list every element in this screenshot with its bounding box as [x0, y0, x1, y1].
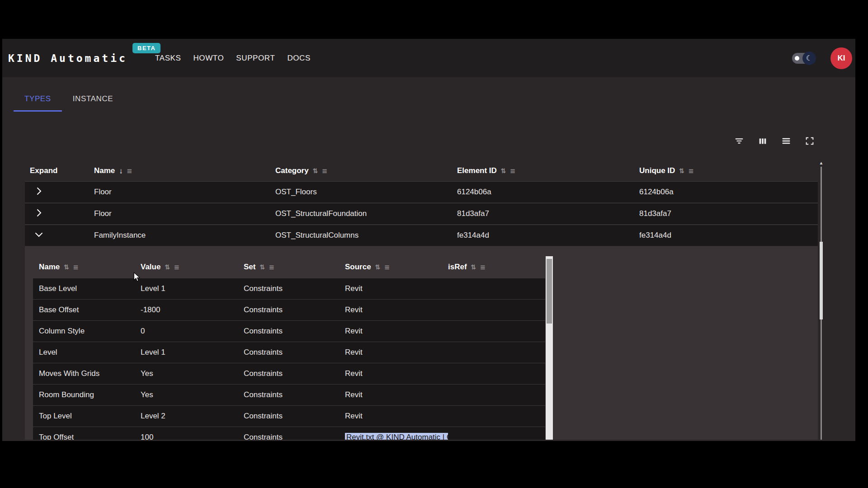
app-window: KIND Automatic BETA TASKS HOWTO SUPPORT …: [2, 39, 855, 441]
scroll-up-icon[interactable]: ▲: [818, 160, 825, 166]
column-header-label: Category: [275, 166, 309, 175]
param-source-cell: Revit: [345, 390, 448, 399]
unique-id-cell: 81d3afa7: [639, 209, 818, 218]
chevron-right-icon[interactable]: [33, 186, 44, 197]
column-header-unique-id[interactable]: Unique ID ⇅ ≡: [639, 166, 818, 175]
detail-row[interactable]: Room Bounding Yes Constraints Revit: [33, 384, 545, 405]
highlighted-text: Revit.txt @ KIND Automatic | Column | Pr…: [345, 433, 448, 440]
param-set-cell: Constraints: [244, 433, 345, 440]
param-name-cell: Base Level: [39, 284, 141, 293]
column-header-label: Expand: [30, 166, 57, 175]
column-header-label: Unique ID: [639, 166, 675, 175]
detail-column-isref[interactable]: isRef ⇅ ≡: [448, 263, 545, 272]
name-cell: Floor: [94, 188, 275, 197]
avatar[interactable]: KI: [830, 47, 852, 69]
detail-panel: Name ⇅ ≡ Value ⇅ ≡ Set ⇅ ≡ Source ⇅: [25, 246, 818, 440]
column-menu-icon[interactable]: ≡: [510, 167, 515, 175]
category-cell: OST_StructuralFoundation: [275, 209, 457, 218]
density-icon[interactable]: [781, 136, 792, 146]
detail-table: Name ⇅ ≡ Value ⇅ ≡ Set ⇅ ≡ Source ⇅: [33, 256, 545, 440]
column-header-name[interactable]: Name ↓ ≡: [94, 166, 275, 175]
param-name-cell: Room Bounding: [39, 390, 141, 399]
element-id-cell: fe314a4d: [457, 231, 639, 240]
unique-id-cell: 6124b06a: [639, 188, 818, 197]
detail-row-partial[interactable]: Top Offset 100 Constraints Revit.txt @ K…: [33, 427, 545, 440]
grid-scrollbar-thumb[interactable]: [820, 242, 823, 319]
param-value-cell: 0: [141, 327, 244, 336]
column-menu-icon[interactable]: ≡: [269, 263, 274, 272]
column-header-label: Name: [39, 263, 60, 272]
param-name-cell: Base Offset: [39, 305, 141, 314]
detail-row[interactable]: Top Level Level 2 Constraints Revit: [33, 405, 545, 427]
detail-scrollbar-thumb[interactable]: [547, 259, 552, 324]
table-row[interactable]: Floor OST_Floors 6124b06a 6124b06a: [25, 181, 818, 202]
param-name-cell: Moves With Grids: [39, 369, 141, 378]
nav-support[interactable]: SUPPORT: [236, 54, 275, 63]
theme-toggle[interactable]: ☾: [792, 53, 815, 64]
detail-column-source[interactable]: Source ⇅ ≡: [345, 263, 448, 272]
columns-icon[interactable]: [757, 136, 768, 146]
column-menu-icon[interactable]: ≡: [322, 167, 327, 175]
grid-scrollbar[interactable]: ▲: [818, 160, 825, 440]
detail-scrollbar[interactable]: [546, 256, 553, 440]
sort-icon[interactable]: ⇅: [64, 264, 69, 270]
param-value-cell: -1800: [141, 305, 244, 314]
filter-icon[interactable]: [734, 136, 745, 146]
column-header-element-id[interactable]: Element ID ⇅ ≡: [457, 166, 639, 175]
detail-row[interactable]: Base Offset -1800 Constraints Revit: [33, 299, 545, 320]
column-header-label: Set: [244, 263, 255, 272]
category-cell: OST_Floors: [275, 188, 457, 197]
chevron-right-icon[interactable]: [33, 207, 44, 218]
param-name-cell: Column Style: [39, 327, 141, 336]
param-source-cell: Revit: [345, 284, 448, 293]
column-menu-icon[interactable]: ≡: [480, 263, 485, 272]
param-value-cell: Level 1: [141, 284, 244, 293]
sort-icon[interactable]: ⇅: [679, 168, 684, 174]
nav-docs[interactable]: DOCS: [287, 54, 311, 63]
column-header-label: Name: [94, 166, 115, 175]
detail-column-set[interactable]: Set ⇅ ≡: [244, 263, 345, 272]
sort-icon[interactable]: ⇅: [313, 168, 318, 174]
detail-column-value[interactable]: Value ⇅ ≡: [141, 263, 244, 272]
detail-row[interactable]: Column Style 0 Constraints Revit: [33, 320, 545, 342]
grid-toolbar: [734, 136, 815, 146]
app-bar: KIND Automatic BETA TASKS HOWTO SUPPORT …: [2, 39, 855, 77]
tab-types[interactable]: TYPES: [14, 85, 62, 112]
param-value-cell: Level 1: [141, 348, 244, 357]
param-source-cell: Revit: [345, 412, 448, 421]
column-menu-icon[interactable]: ≡: [127, 167, 132, 175]
column-menu-icon[interactable]: ≡: [689, 167, 693, 175]
sort-icon[interactable]: ⇅: [259, 264, 265, 270]
column-menu-icon[interactable]: ≡: [174, 263, 179, 272]
main-nav: TASKS HOWTO SUPPORT DOCS: [155, 39, 311, 77]
sort-icon[interactable]: ⇅: [501, 168, 506, 174]
column-header-label: Source: [345, 263, 371, 272]
detail-column-name[interactable]: Name ⇅ ≡: [39, 263, 141, 272]
sort-icon[interactable]: ⇅: [165, 264, 170, 270]
chevron-down-icon[interactable]: [33, 229, 44, 240]
param-set-cell: Constraints: [244, 305, 345, 314]
unique-id-cell: fe314a4d: [639, 231, 818, 240]
tab-bar: TYPES INSTANCE: [14, 85, 124, 112]
detail-row[interactable]: Moves With Grids Yes Constraints Revit: [33, 363, 545, 384]
table-row[interactable]: FamilyInstance OST_StructuralColumns fe3…: [25, 225, 818, 246]
param-set-cell: Constraints: [244, 390, 345, 399]
param-name-cell: Level: [39, 348, 141, 357]
column-menu-icon[interactable]: ≡: [384, 263, 389, 272]
sort-icon[interactable]: ⇅: [375, 264, 381, 270]
sort-icon[interactable]: ⇅: [471, 264, 476, 270]
column-header-category[interactable]: Category ⇅ ≡: [275, 166, 457, 175]
column-header-expand: Expand: [30, 166, 94, 175]
nav-tasks[interactable]: TASKS: [155, 54, 181, 63]
param-source-cell: Revit.txt @ KIND Automatic | Column | Pr…: [345, 433, 448, 440]
nav-howto[interactable]: HOWTO: [193, 54, 224, 63]
fullscreen-icon[interactable]: [804, 136, 815, 146]
detail-row[interactable]: Base Level Level 1 Constraints Revit: [33, 278, 545, 299]
sort-desc-icon[interactable]: ↓: [119, 167, 123, 175]
element-id-cell: 6124b06a: [457, 188, 639, 197]
element-id-cell: 81d3afa7: [457, 209, 639, 218]
column-menu-icon[interactable]: ≡: [73, 263, 78, 272]
detail-row[interactable]: Level Level 1 Constraints Revit: [33, 342, 545, 363]
tab-instance[interactable]: INSTANCE: [62, 85, 124, 112]
table-row[interactable]: Floor OST_StructuralFoundation 81d3afa7 …: [25, 203, 818, 224]
